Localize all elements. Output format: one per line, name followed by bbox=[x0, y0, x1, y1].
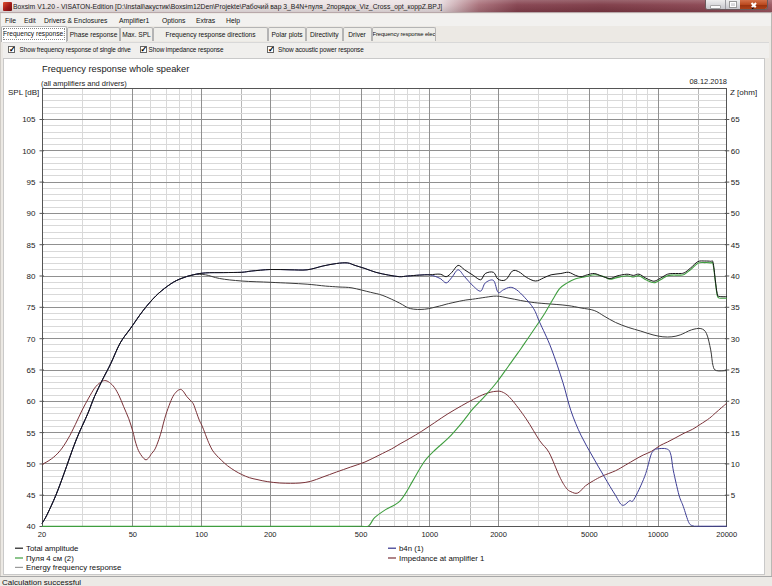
svg-text:105: 105 bbox=[22, 115, 36, 124]
svg-text:55: 55 bbox=[27, 429, 36, 438]
svg-text:100: 100 bbox=[195, 530, 208, 539]
svg-text:Z [ohm]: Z [ohm] bbox=[730, 88, 757, 97]
svg-text:60: 60 bbox=[731, 147, 740, 156]
svg-text:5: 5 bbox=[731, 491, 736, 500]
svg-text:200: 200 bbox=[264, 530, 277, 539]
svg-text:45: 45 bbox=[27, 491, 36, 500]
svg-text:35: 35 bbox=[731, 303, 740, 312]
svg-text:b4n (1): b4n (1) bbox=[399, 544, 424, 553]
svg-text:100: 100 bbox=[22, 147, 36, 156]
svg-text:500: 500 bbox=[355, 530, 368, 539]
svg-text:SPL [dB]: SPL [dB] bbox=[8, 88, 39, 97]
svg-text:10000: 10000 bbox=[648, 530, 669, 539]
svg-text:90: 90 bbox=[27, 209, 36, 218]
svg-text:20: 20 bbox=[731, 397, 740, 406]
svg-text:60: 60 bbox=[27, 397, 36, 406]
svg-text:40: 40 bbox=[731, 272, 740, 281]
svg-text:75: 75 bbox=[27, 303, 36, 312]
svg-text:(all amplifiers and drivers): (all amplifiers and drivers) bbox=[41, 79, 127, 88]
svg-text:80: 80 bbox=[27, 272, 36, 281]
svg-text:30: 30 bbox=[731, 335, 740, 344]
svg-text:Пуля 4 см (2): Пуля 4 см (2) bbox=[26, 554, 74, 563]
svg-text:70: 70 bbox=[27, 335, 36, 344]
svg-text:08.12.2018: 08.12.2018 bbox=[689, 77, 727, 86]
svg-text:40: 40 bbox=[27, 522, 36, 531]
svg-text:65: 65 bbox=[27, 366, 36, 375]
svg-text:1000: 1000 bbox=[421, 530, 438, 539]
svg-text:Total amplitude: Total amplitude bbox=[26, 544, 78, 553]
svg-text:50: 50 bbox=[129, 530, 137, 539]
svg-text:45: 45 bbox=[731, 241, 740, 250]
svg-text:Energy frequency response: Energy frequency response bbox=[26, 563, 121, 572]
svg-text:55: 55 bbox=[731, 178, 740, 187]
svg-text:20: 20 bbox=[38, 530, 46, 539]
svg-text:2000: 2000 bbox=[490, 530, 507, 539]
svg-text:10: 10 bbox=[731, 460, 740, 469]
svg-text:Frequency response whole speak: Frequency response whole speaker bbox=[42, 64, 189, 74]
svg-text:20000: 20000 bbox=[716, 530, 737, 539]
svg-text:5000: 5000 bbox=[581, 530, 598, 539]
svg-text:95: 95 bbox=[27, 178, 36, 187]
svg-text:50: 50 bbox=[27, 460, 36, 469]
svg-text:25: 25 bbox=[731, 366, 740, 375]
svg-text:Impedance at amplifier 1: Impedance at amplifier 1 bbox=[399, 554, 484, 563]
svg-text:85: 85 bbox=[27, 241, 36, 250]
svg-text:50: 50 bbox=[731, 209, 740, 218]
svg-text:65: 65 bbox=[731, 115, 740, 124]
svg-text:15: 15 bbox=[731, 429, 740, 438]
